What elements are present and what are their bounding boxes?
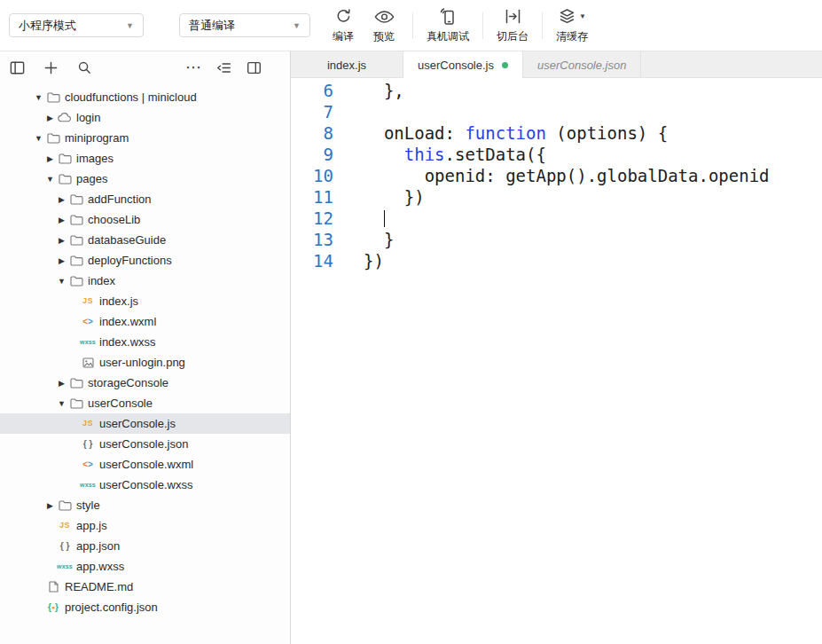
tree-item-cloudfunctions-minicloud[interactable]: ▼cloudfunctions | minicloud xyxy=(0,87,290,107)
tree-item-databaseguide[interactable]: ▶databaseGuide xyxy=(0,230,290,250)
chevron-down-icon: ▼ xyxy=(293,21,301,30)
code-line-10[interactable]: 10 openid: getApp().globalData.openid xyxy=(291,165,822,186)
tree-item-label: index.js xyxy=(99,295,138,308)
tree-item-style[interactable]: ▶style xyxy=(0,495,290,515)
folder-icon xyxy=(45,92,61,103)
collapse-folders-icon xyxy=(215,59,232,76)
compile-button[interactable]: 编译 xyxy=(323,0,364,51)
chevron-down-icon: ▼ xyxy=(579,12,586,20)
code-text: }, xyxy=(346,80,404,101)
layout-button[interactable] xyxy=(244,58,263,77)
explorer-toolbar-right: ⋯ xyxy=(184,58,263,77)
code-text: }) xyxy=(346,250,384,271)
code-line-8[interactable]: 8 onLoad: function (options) { xyxy=(291,122,822,144)
clear-cache-button[interactable]: ▼清缓存 xyxy=(551,0,593,51)
code-line-11[interactable]: 11 }) xyxy=(291,186,822,208)
folder-icon xyxy=(68,194,84,205)
code-editor[interactable]: 6 },78 onLoad: function (options) {9 thi… xyxy=(291,78,822,644)
chevron-right-icon[interactable]: ▶ xyxy=(57,236,67,245)
tab-label: userConsole.js xyxy=(418,59,494,72)
chevron-right-icon[interactable]: ▶ xyxy=(45,114,55,122)
tree-item-index.wxml[interactable]: <>index.wxml xyxy=(0,311,290,332)
collapse-folders-button[interactable] xyxy=(214,58,233,77)
tab-userconsole.json[interactable]: userConsole.json xyxy=(523,51,641,78)
chevron-down-icon: ▼ xyxy=(126,21,134,30)
add-file-button[interactable] xyxy=(41,58,60,77)
chevron-right-icon[interactable]: ▶ xyxy=(57,216,67,224)
folder-icon xyxy=(57,174,73,185)
tree-item-login[interactable]: ▶login xyxy=(0,107,290,128)
preview-button[interactable]: 预览 xyxy=(364,0,404,51)
code-line-7[interactable]: 7 xyxy=(291,101,822,122)
search-button[interactable] xyxy=(74,58,94,77)
tree-item-index.js[interactable]: JSindex.js xyxy=(0,291,290,311)
collapse-sidebar-button[interactable] xyxy=(7,58,27,77)
toolbar-action-label: 预览 xyxy=(373,29,395,44)
chevron-right-icon[interactable]: ▶ xyxy=(57,195,67,204)
toolbar-action-label: 真机调试 xyxy=(427,29,469,44)
tree-item-app.js[interactable]: JSapp.js xyxy=(0,515,290,536)
chevron-right-icon[interactable]: ▶ xyxy=(57,256,67,265)
more-button[interactable]: ⋯ xyxy=(184,58,203,77)
tree-item-index.wxss[interactable]: wxssindex.wxss xyxy=(0,332,290,352)
tree-item-app.json[interactable]: { }app.json xyxy=(0,536,290,556)
main-area: ⋯ ▼cloudfunctions | minicloud▶login▼mini… xyxy=(0,51,822,644)
toolbar-action-label: 切后台 xyxy=(497,29,528,44)
chevron-right-icon[interactable]: ▶ xyxy=(57,379,67,388)
code-text xyxy=(346,101,364,122)
code-line-12[interactable]: 12 xyxy=(291,208,822,229)
compile-mode-dropdown[interactable]: 普通编译 ▼ xyxy=(179,13,310,37)
toolbar-separator xyxy=(542,12,543,39)
tree-item-label: userConsole.wxss xyxy=(99,478,193,491)
tree-item-userconsole.wxss[interactable]: wxssuserConsole.wxss xyxy=(0,475,290,495)
tree-item-app.wxss[interactable]: wxssapp.wxss xyxy=(0,556,290,577)
explorer-toolbar: ⋯ xyxy=(0,51,290,83)
tree-item-userconsole.wxml[interactable]: <>userConsole.wxml xyxy=(0,454,290,475)
tree-item-deployfunctions[interactable]: ▶deployFunctions xyxy=(0,250,290,271)
tree-item-userconsole.js[interactable]: JSuserConsole.js xyxy=(0,413,290,434)
tree-item-miniprogram[interactable]: ▼miniprogram xyxy=(0,128,290,148)
js-file-icon: JS xyxy=(80,420,96,428)
folder-icon xyxy=(68,255,84,266)
chevron-down-icon[interactable]: ▼ xyxy=(34,93,43,102)
tree-item-storageconsole[interactable]: ▶storageConsole xyxy=(0,373,290,393)
tree-item-project.config.json[interactable]: {●}project.config.json xyxy=(0,597,290,617)
chevron-down-icon[interactable]: ▼ xyxy=(45,175,55,184)
chevron-down-icon[interactable]: ▼ xyxy=(57,277,67,286)
tree-item-label: index.wxss xyxy=(99,335,156,349)
tree-item-label: images xyxy=(76,152,114,165)
code-line-9[interactable]: 9 this.setData({ xyxy=(291,144,822,165)
switch-background-button[interactable]: 切后台 xyxy=(491,0,534,51)
code-line-14[interactable]: 14}) xyxy=(291,250,822,271)
tree-item-label: app.js xyxy=(76,519,107,532)
tree-item-user-unlogin.png[interactable]: user-unlogin.png xyxy=(0,352,290,373)
code-text xyxy=(346,208,385,229)
tree-item-chooselib[interactable]: ▶chooseLib xyxy=(0,209,290,230)
tree-item-userconsole[interactable]: ▼userConsole xyxy=(0,393,290,413)
mode-dropdown[interactable]: 小程序模式 ▼ xyxy=(9,13,144,37)
tab-userconsole.js[interactable]: userConsole.js xyxy=(403,51,523,78)
folder-icon xyxy=(68,235,84,246)
tree-item-userconsole.json[interactable]: { }userConsole.json xyxy=(0,434,290,454)
config-file-icon: {●} xyxy=(45,603,61,612)
tree-item-readme.md[interactable]: README.md xyxy=(0,577,290,597)
tree-item-addfunction[interactable]: ▶addFunction xyxy=(0,189,290,209)
tree-item-images[interactable]: ▶images xyxy=(0,148,290,169)
chevron-right-icon[interactable]: ▶ xyxy=(45,154,55,163)
tree-item-index[interactable]: ▼index xyxy=(0,271,290,291)
chevron-right-icon[interactable]: ▶ xyxy=(45,501,55,510)
tree-item-label: userConsole.json xyxy=(99,437,188,451)
toolbar-actions: 编译预览真机调试切后台▼清缓存 xyxy=(323,0,593,51)
code-line-6[interactable]: 6 }, xyxy=(291,80,822,101)
code-text: }) xyxy=(346,186,425,208)
chevron-down-icon[interactable]: ▼ xyxy=(34,134,43,143)
line-number: 6 xyxy=(291,80,346,101)
tab-index.js[interactable]: index.js xyxy=(291,51,403,78)
tree-item-label: userConsole.wxml xyxy=(99,458,193,471)
device-debug-button[interactable]: 真机调试 xyxy=(421,0,474,51)
code-line-13[interactable]: 13 } xyxy=(291,229,822,250)
line-number: 7 xyxy=(291,101,346,122)
chevron-down-icon[interactable]: ▼ xyxy=(57,399,67,408)
tree-item-pages[interactable]: ▼pages xyxy=(0,169,290,189)
explorer-toolbar-left xyxy=(7,58,94,77)
